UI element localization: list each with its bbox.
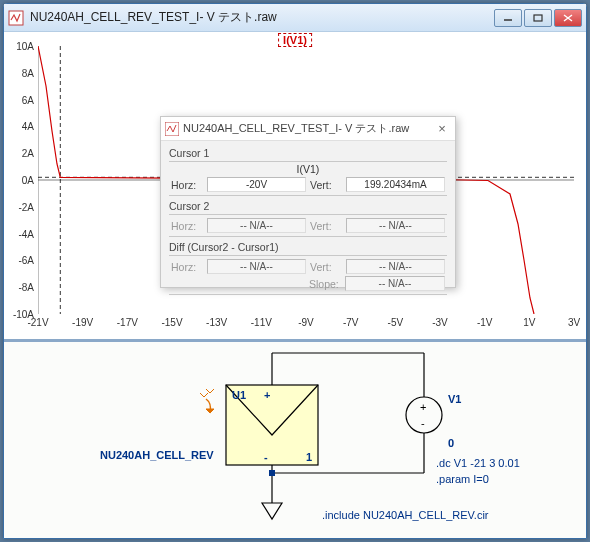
- u1-minus-pin: -: [264, 451, 268, 463]
- v1-minus: -: [421, 417, 425, 429]
- x-axis: -21V-19V-17V-15V-13V-11V-9V-7V-5V-3V-1V1…: [38, 317, 574, 331]
- u1-plus-pin: +: [264, 389, 270, 401]
- x-tick: -17V: [117, 317, 138, 328]
- cursor1-group-label: Cursor 1: [169, 147, 447, 159]
- v1-value: 0: [448, 437, 454, 449]
- svg-rect-9: [269, 470, 275, 476]
- cursor-window[interactable]: NU240AH_CELL_REV_TEST_I- V テスト.raw × Cur…: [160, 116, 456, 288]
- c2-horz-value: -- N/A--: [207, 218, 306, 233]
- close-button[interactable]: [554, 9, 582, 27]
- y-tick: -2A: [18, 201, 34, 212]
- d-vert-value: -- N/A--: [346, 259, 445, 274]
- y-axis: 10A8A6A4A2A0A-2A-4A-6A-8A-10A: [6, 46, 36, 314]
- y-tick: 0A: [22, 175, 34, 186]
- x-tick: -5V: [388, 317, 404, 328]
- y-tick: -4A: [18, 228, 34, 239]
- cursor-window-titlebar[interactable]: NU240AH_CELL_REV_TEST_I- V テスト.raw ×: [161, 117, 455, 141]
- x-tick: 3V: [568, 317, 580, 328]
- diff-group: Horz: -- N/A-- Vert: -- N/A-- Slope: -- …: [169, 255, 447, 295]
- u1-pin1: 1: [306, 451, 312, 463]
- cursor2-group-label: Cursor 2: [169, 200, 447, 212]
- cursor-window-icon: [165, 122, 179, 136]
- titlebar[interactable]: NU240AH_CELL_REV_TEST_I- V テスト.raw: [4, 4, 586, 32]
- y-tick: 2A: [22, 148, 34, 159]
- d-slope-label: Slope:: [309, 278, 341, 290]
- x-tick: -11V: [251, 317, 272, 328]
- x-tick: -3V: [432, 317, 448, 328]
- y-tick: -6A: [18, 255, 34, 266]
- u1-ref: U1: [232, 389, 246, 401]
- x-tick: -1V: [477, 317, 493, 328]
- x-tick: -19V: [72, 317, 93, 328]
- c2-horz-label: Horz:: [171, 220, 203, 232]
- cursor-window-title: NU240AH_CELL_REV_TEST_I- V テスト.raw: [183, 121, 433, 136]
- x-tick: -21V: [27, 317, 48, 328]
- directive-param: .param I=0: [436, 473, 489, 485]
- cursor-window-close-icon[interactable]: ×: [433, 121, 451, 136]
- content-area: I(V1) 10A8A6A4A2A0A-2A-4A-6A-8A-10A -21V…: [4, 32, 586, 538]
- main-window: NU240AH_CELL_REV_TEST_I- V テスト.raw I(V1)…: [3, 3, 587, 539]
- y-tick: 4A: [22, 121, 34, 132]
- schematic-pane[interactable]: U1 + - 1 NU240AH_CELL_REV + - V1 0: [4, 342, 586, 538]
- x-tick: -15V: [161, 317, 182, 328]
- y-tick: 8A: [22, 67, 34, 78]
- window-title: NU240AH_CELL_REV_TEST_I- V テスト.raw: [30, 9, 492, 26]
- d-horz-value: -- N/A--: [207, 259, 306, 274]
- trace-label[interactable]: I(V1): [278, 33, 312, 47]
- diff-group-label: Diff (Cursor2 - Cursor1): [169, 241, 447, 253]
- c1-horz-value[interactable]: -20V: [207, 177, 306, 192]
- svg-rect-2: [534, 15, 542, 21]
- u1-name: NU240AH_CELL_REV: [100, 449, 214, 461]
- schematic-canvas[interactable]: U1 + - 1 NU240AH_CELL_REV + - V1 0: [4, 342, 586, 538]
- x-tick: -7V: [343, 317, 359, 328]
- cursor1-group: I(V1) Horz: -20V Vert: 199.20434mA: [169, 161, 447, 196]
- d-horz-label: Horz:: [171, 261, 203, 273]
- d-slope-value: -- N/A--: [345, 276, 445, 291]
- x-tick: -13V: [206, 317, 227, 328]
- y-tick: 10A: [16, 41, 34, 52]
- current-probe-icon: [200, 389, 214, 413]
- d-vert-label: Vert:: [310, 261, 342, 273]
- window-controls: [492, 9, 582, 27]
- directive-dc: .dc V1 -21 3 0.01: [436, 457, 520, 469]
- cursor-window-body: Cursor 1 I(V1) Horz: -20V Vert: 199.2043…: [161, 141, 455, 303]
- c2-vert-label: Vert:: [310, 220, 342, 232]
- directive-include: .include NU240AH_CELL_REV.cir: [322, 509, 489, 521]
- x-tick: 1V: [523, 317, 535, 328]
- x-tick: -9V: [298, 317, 314, 328]
- y-tick: -8A: [18, 282, 34, 293]
- v1-ref: V1: [448, 393, 461, 405]
- maximize-button[interactable]: [524, 9, 552, 27]
- c1-horz-label: Horz:: [171, 179, 203, 191]
- c2-vert-value: -- N/A--: [346, 218, 445, 233]
- minimize-button[interactable]: [494, 9, 522, 27]
- cursor2-group: Horz: -- N/A-- Vert: -- N/A--: [169, 214, 447, 237]
- v1-plus: +: [420, 401, 426, 413]
- cursor1-signal: I(V1): [171, 163, 445, 175]
- y-tick: 6A: [22, 94, 34, 105]
- c1-vert-value[interactable]: 199.20434mA: [346, 177, 445, 192]
- c1-vert-label: Vert:: [310, 179, 342, 191]
- app-icon: [8, 10, 24, 26]
